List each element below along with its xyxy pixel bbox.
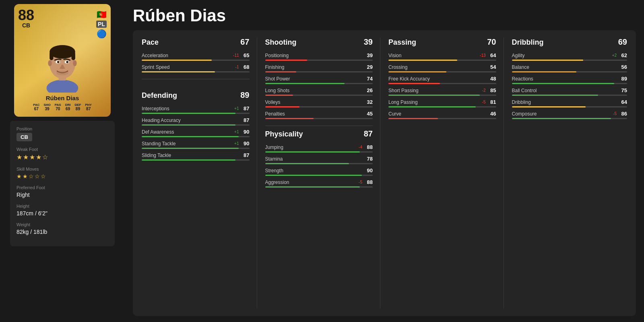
def-awareness-name: Def Awareness: [142, 129, 234, 135]
sliding-tackle-name: Sliding Tackle: [142, 153, 241, 158]
long-passing-modifier: -5: [482, 100, 486, 104]
stat-vision: Vision -13 64: [388, 52, 496, 61]
stat-dribbling-sub: Dribbling 64: [512, 99, 627, 107]
defending-header: Defending 89: [142, 91, 250, 101]
positioning-name: Positioning: [265, 53, 364, 58]
dribbling-header: Dribbling 69: [512, 37, 627, 48]
long-shots-name: Long Shots: [265, 88, 364, 93]
stat-sprint-speed: Sprint Speed -1 68: [142, 64, 250, 72]
standing-tackle-name: Standing Tackle: [142, 141, 234, 147]
stats-grid: Pace 67 Acceleration -11 65 Sprint Speed…: [133, 30, 636, 316]
preferred-foot-value: Right: [17, 192, 108, 198]
aggression-modifier: -5: [359, 180, 362, 184]
sliding-tackle-value: 87: [241, 152, 250, 158]
defending-name: Defending: [142, 91, 177, 100]
position-label: Position: [17, 126, 108, 131]
card-stat-pas: PAS70: [55, 103, 61, 111]
dribbling-name: Dribbling: [512, 38, 544, 47]
stat-aggression: Aggression -5 88: [265, 179, 373, 188]
physicality-header: Physicality 87: [265, 129, 373, 140]
composure-value: 86: [618, 111, 627, 117]
dribbling-sub-value: 64: [618, 99, 627, 105]
svg-point-8: [57, 61, 60, 63]
info-weight: Weight 82kg / 181lb: [17, 222, 108, 235]
info-preferred-foot: Preferred Foot Right: [17, 185, 108, 198]
height-label: Height: [17, 204, 108, 208]
position-value: CB: [17, 133, 32, 141]
stat-crossing: Crossing 54: [388, 64, 496, 72]
dribbling-sub-name: Dribbling: [512, 99, 619, 105]
stat-shot-power: Shot Power 74: [265, 76, 373, 84]
nationality-flag: 🇵🇹: [97, 10, 107, 19]
curve-name: Curve: [388, 111, 487, 117]
long-passing-name: Long Passing: [388, 99, 482, 105]
stat-acceleration: Acceleration -11 65: [142, 52, 250, 61]
aggression-value: 88: [364, 179, 373, 185]
sprint-speed-value: 68: [241, 64, 250, 70]
stat-volleys: Volleys 32: [265, 99, 373, 107]
acceleration-modifier: -11: [233, 53, 239, 58]
sprint-speed-modifier: -1: [235, 65, 239, 69]
stat-stamina: Stamina 78: [265, 156, 373, 164]
crossing-name: Crossing: [388, 64, 487, 70]
category-shooting: Shooting 39 Positioning 39 Finishing 29: [265, 37, 373, 122]
standing-tackle-value: 90: [241, 140, 250, 147]
short-passing-value: 85: [487, 87, 496, 93]
passing-header: Passing 70: [388, 37, 496, 48]
physicality-name: Physicality: [265, 130, 303, 138]
player-face: [34, 32, 91, 93]
agility-value: 62: [618, 52, 627, 58]
interceptions-modifier: +1: [234, 106, 239, 111]
stat-reactions: Reactions 89: [512, 76, 627, 84]
long-shots-value: 26: [364, 87, 373, 93]
positioning-value: 39: [364, 52, 373, 58]
card-player-name: Rúben Dias: [46, 95, 79, 101]
jumping-value: 88: [364, 144, 373, 150]
long-passing-value: 81: [487, 99, 496, 105]
card-stat-dri: DRI69: [65, 103, 71, 111]
card-rating: 88: [18, 8, 34, 23]
agility-modifier: +2: [612, 53, 617, 58]
passing-name: Passing: [388, 38, 416, 47]
stat-agility: Agility +2 62: [512, 52, 627, 61]
balance-value: 56: [618, 64, 627, 70]
finishing-name: Finishing: [265, 64, 364, 70]
stat-curve: Curve 46: [388, 111, 496, 119]
jumping-name: Jumping: [265, 144, 359, 150]
strength-name: Strength: [265, 168, 364, 173]
stat-heading-accuracy: Heading Accuracy 87: [142, 117, 250, 126]
info-panel: Position CB Weak Foot ★★★★☆ Skill Moves …: [10, 121, 115, 246]
stat-balance: Balance 56: [512, 64, 627, 72]
stat-long-shots: Long Shots 26: [265, 87, 373, 96]
svg-point-11: [48, 60, 52, 66]
stat-short-passing: Short Passing -2 85: [388, 87, 496, 96]
volleys-value: 32: [364, 99, 373, 105]
card-stats-row: PAC67 SHO39 PAS70 DRI69 DEF89 PHY87: [33, 103, 92, 111]
category-dribbling: Dribbling 69 Agility +2 62 Balance 56: [512, 37, 627, 122]
stat-free-kick-accuracy: Free Kick Accuracy 48: [388, 76, 496, 84]
left-panel: 88 CB 🇵🇹 PL 🔵: [0, 0, 125, 322]
shot-power-name: Shot Power: [265, 76, 364, 82]
shooting-header: Shooting 39: [265, 37, 373, 48]
skill-moves-stars: ★★☆☆☆: [17, 173, 108, 180]
stat-strength: Strength 90: [265, 167, 373, 176]
sprint-speed-name: Sprint Speed: [142, 64, 235, 70]
ball-control-value: 75: [618, 87, 627, 93]
dribbling-value: 69: [618, 37, 627, 47]
weak-foot-stars: ★★★★☆: [17, 153, 108, 161]
reactions-name: Reactions: [512, 76, 619, 82]
svg-point-12: [73, 60, 76, 66]
finishing-value: 29: [364, 64, 373, 70]
card-rating-block: 88 CB: [18, 8, 34, 28]
vision-name: Vision: [388, 53, 480, 58]
stat-ball-control: Ball Control 75: [512, 87, 627, 96]
heading-accuracy-name: Heading Accuracy: [142, 118, 241, 123]
shot-power-value: 74: [364, 76, 373, 82]
free-kick-accuracy-value: 48: [487, 76, 496, 82]
card-stat-sho: SHO39: [43, 103, 50, 111]
aggression-name: Aggression: [265, 180, 359, 185]
weight-value: 82kg / 181lb: [17, 229, 108, 235]
card-stat-pac: PAC67: [33, 103, 39, 111]
short-passing-modifier: -2: [482, 88, 486, 93]
shooting-name: Shooting: [265, 38, 297, 47]
